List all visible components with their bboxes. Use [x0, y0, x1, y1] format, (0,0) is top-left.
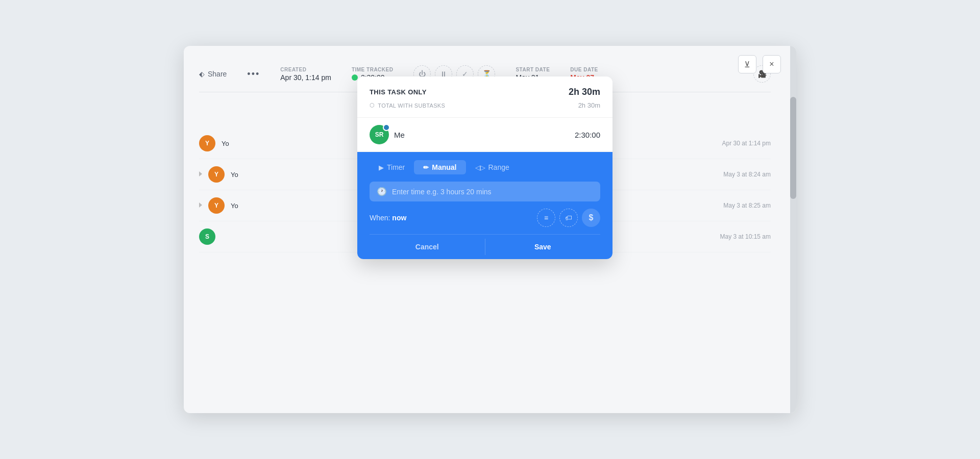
- activity-time-2: May 3 at 8:24 am: [723, 171, 771, 178]
- when-text: When:: [370, 214, 390, 222]
- task-total-time: 2h 30m: [569, 87, 600, 97]
- created-field: CREATED Apr 30, 1:14 pm: [280, 67, 331, 82]
- range-tab-icon: ◁▷: [475, 164, 485, 171]
- activity-avatar-1: Y: [199, 135, 215, 151]
- expand-arrow-3[interactable]: [199, 202, 202, 209]
- collapse-icon: ⊻: [744, 60, 750, 69]
- share-icon: ⬖: [199, 70, 205, 78]
- recording-dot: [352, 74, 358, 81]
- manual-tab-label: Manual: [432, 163, 456, 171]
- when-row: When: now ≡ 🏷 $: [370, 209, 600, 234]
- when-value[interactable]: now: [392, 214, 406, 222]
- range-tab-label: Range: [488, 163, 509, 171]
- tab-range[interactable]: ◁▷ Range: [466, 160, 519, 174]
- avatar-initials: SR: [375, 131, 384, 138]
- user-avatar: SR: [370, 125, 389, 144]
- share-label: Share: [208, 70, 227, 78]
- popup-footer: Cancel Save: [370, 234, 600, 259]
- user-time-value: 2:30:00: [575, 131, 600, 139]
- timer-tab-label: Timer: [387, 163, 405, 171]
- when-label: When: now: [370, 214, 406, 222]
- activity-avatar-2: Y: [208, 166, 225, 183]
- expand-arrow-2[interactable]: [199, 171, 202, 178]
- tracking-tabs: ▶ Timer ✏ Manual ◁▷ Range: [370, 160, 600, 174]
- created-label: CREATED: [280, 67, 331, 72]
- popup-user-row: SR Me 2:30:00: [357, 118, 612, 152]
- popup-header: THIS TASK ONLY 2h 30m ⬡ TOTAL WITH SUBTA…: [357, 76, 612, 118]
- app-window: ⊻ × ⬖ Share ••• CREATED Apr 30, 1:14 pm …: [184, 46, 796, 413]
- activity-time-3: May 3 at 8:25 am: [723, 202, 771, 209]
- when-icon-group: ≡ 🏷 $: [537, 209, 600, 227]
- activity-time-1: Apr 30 at 1:14 pm: [722, 140, 771, 147]
- notes-icon-btn[interactable]: ≡: [537, 209, 555, 227]
- collapse-button[interactable]: ⊻: [738, 55, 756, 73]
- subtask-label-text: TOTAL WITH SUBTASKS: [378, 103, 445, 109]
- timer-tab-icon: ▶: [379, 164, 384, 171]
- created-value: Apr 30, 1:14 pm: [280, 73, 331, 82]
- tag-icon-btn[interactable]: 🏷: [559, 209, 578, 227]
- subtask-label: ⬡ TOTAL WITH SUBTASKS: [370, 102, 445, 109]
- task-only-label: THIS TASK ONLY: [370, 88, 427, 96]
- save-button[interactable]: Save: [485, 235, 601, 259]
- time-input-wrapper: 🕐: [370, 182, 600, 201]
- avatar-badge: [383, 124, 390, 131]
- activity-time-4: May 3 at 10:15 am: [720, 233, 771, 240]
- time-tracked-label: TIME TRACKED: [352, 67, 394, 72]
- subtask-row: ⬡ TOTAL WITH SUBTASKS 2h 30m: [370, 101, 600, 109]
- scrollbar-thumb[interactable]: [790, 97, 796, 199]
- share-button[interactable]: ⬖ Share: [199, 70, 227, 78]
- close-icon: ×: [769, 60, 774, 69]
- start-date-label: START DATE: [516, 67, 550, 72]
- more-button[interactable]: •••: [247, 69, 260, 80]
- tab-manual[interactable]: ✏ Manual: [414, 160, 465, 174]
- subtask-icon: ⬡: [370, 102, 375, 109]
- activity-avatar-3: Y: [208, 197, 225, 214]
- manual-tab-icon: ✏: [423, 164, 429, 171]
- clock-icon: 🕐: [377, 187, 387, 196]
- activity-avatar-4: S: [199, 228, 215, 245]
- time-tracking-popup: THIS TASK ONLY 2h 30m ⬡ TOTAL WITH SUBTA…: [357, 76, 612, 259]
- main-content: ⬖ Share ••• CREATED Apr 30, 1:14 pm TIME…: [184, 46, 796, 263]
- popup-blue-section: ▶ Timer ✏ Manual ◁▷ Range 🕐: [357, 152, 612, 259]
- due-date-label: DUE DATE: [570, 67, 598, 72]
- avatar-group: SR Me: [370, 125, 405, 144]
- cancel-button[interactable]: Cancel: [370, 235, 485, 259]
- window-controls: ⊻ ×: [738, 55, 781, 73]
- tab-timer[interactable]: ▶ Timer: [370, 160, 414, 174]
- billable-icon-btn[interactable]: $: [582, 209, 600, 227]
- scrollbar[interactable]: [790, 46, 796, 413]
- close-button[interactable]: ×: [763, 55, 781, 73]
- time-input[interactable]: [392, 188, 593, 196]
- subtask-time: 2h 30m: [578, 101, 600, 109]
- user-name: Me: [394, 131, 405, 139]
- task-time-row: THIS TASK ONLY 2h 30m: [370, 87, 600, 97]
